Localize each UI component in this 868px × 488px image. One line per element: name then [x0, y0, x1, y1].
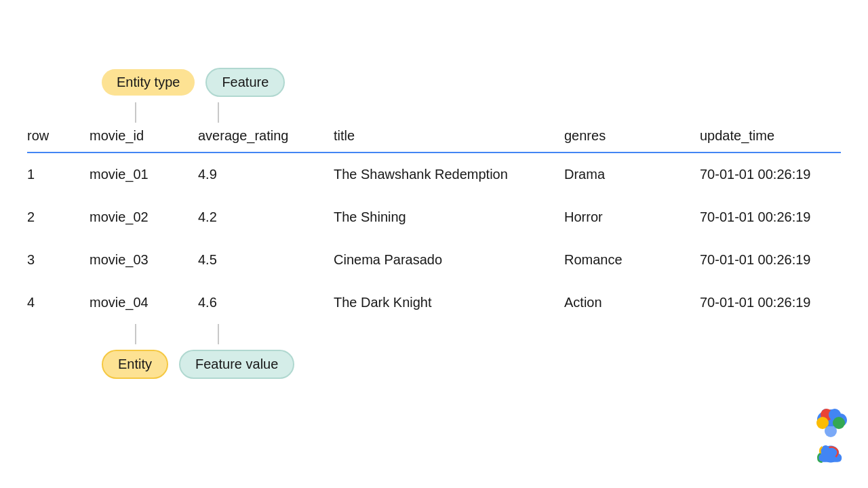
main-container: Entity type Feature row movie_id average… — [27, 68, 841, 379]
table-cell-r0-c1: movie_01 — [81, 152, 190, 196]
gc-logo-circles — [814, 405, 848, 439]
table-cell-r0-c3: The Shawshank Redemption — [326, 152, 556, 196]
entity-bottom-line — [135, 324, 136, 344]
table-cell-r0-c0: 1 — [27, 152, 81, 196]
data-table: row movie_id average_rating title genres… — [27, 123, 841, 324]
table-cell-r2-c2: 4.5 — [190, 239, 326, 281]
entity-bottom-connector — [102, 324, 170, 344]
feature-connector — [180, 102, 256, 123]
col-header-genres: genres — [556, 123, 692, 152]
top-badges-row: Entity type Feature — [27, 68, 841, 97]
feature-badge: Feature — [205, 68, 285, 97]
table-row: 3movie_034.5Cinema ParasadoRomance70-01-… — [27, 239, 841, 281]
table-row: 1movie_014.9The Shawshank RedemptionDram… — [27, 152, 841, 196]
google-cloud-logo-container — [814, 403, 848, 473]
entity-type-line — [135, 102, 136, 123]
table-cell-r3-c3: The Dark Knight — [326, 281, 556, 324]
feature-value-badge: Feature value — [179, 350, 294, 379]
table-cell-r3-c4: Action — [556, 281, 692, 324]
entity-type-connector — [102, 102, 170, 123]
table-cell-r1-c3: The Shining — [326, 196, 556, 239]
feature-value-bottom-line — [218, 324, 219, 344]
data-table-wrapper: row movie_id average_rating title genres… — [27, 123, 841, 324]
col-header-update-time: update_time — [692, 123, 841, 152]
bottom-connector-row — [27, 324, 841, 344]
table-cell-r3-c2: 4.6 — [190, 281, 326, 324]
table-row: 2movie_024.2The ShiningHorror70-01-01 00… — [27, 196, 841, 239]
table-cell-r2-c4: Romance — [556, 239, 692, 281]
table-cell-r2-c1: movie_03 — [81, 239, 190, 281]
col-header-title: title — [326, 123, 556, 152]
table-cell-r1-c5: 70-01-01 00:26:19 — [692, 196, 841, 239]
table-cell-r1-c4: Horror — [556, 196, 692, 239]
entity-badge: Entity — [102, 350, 168, 379]
table-body: 1movie_014.9The Shawshank RedemptionDram… — [27, 152, 841, 324]
col-header-average-rating: average_rating — [190, 123, 326, 152]
table-cell-r2-c3: Cinema Parasado — [326, 239, 556, 281]
table-cell-r0-c2: 4.9 — [190, 152, 326, 196]
table-cell-r0-c4: Drama — [556, 152, 692, 196]
table-cell-r1-c2: 4.2 — [190, 196, 326, 239]
col-header-movie-id: movie_id — [81, 123, 190, 152]
table-cell-r0-c5: 70-01-01 00:26:19 — [692, 152, 841, 196]
entity-type-badge: Entity type — [102, 69, 195, 96]
bottom-badges-row: Entity Feature value — [27, 350, 841, 379]
table-cell-r2-c0: 3 — [27, 239, 81, 281]
feature-line — [218, 102, 219, 123]
top-connector-row — [27, 102, 841, 123]
table-cell-r1-c1: movie_02 — [81, 196, 190, 239]
table-row: 4movie_044.6The Dark KnightAction70-01-0… — [27, 281, 841, 324]
table-cell-r3-c5: 70-01-01 00:26:19 — [692, 281, 841, 324]
table-cell-r2-c5: 70-01-01 00:26:19 — [692, 239, 841, 281]
table-header-row: row movie_id average_rating title genres… — [27, 123, 841, 152]
table-cell-r3-c0: 4 — [27, 281, 81, 324]
col-header-row: row — [27, 123, 81, 152]
table-cell-r1-c0: 2 — [27, 196, 81, 239]
table-cell-r3-c1: movie_04 — [81, 281, 190, 324]
feature-value-bottom-connector — [180, 324, 256, 344]
